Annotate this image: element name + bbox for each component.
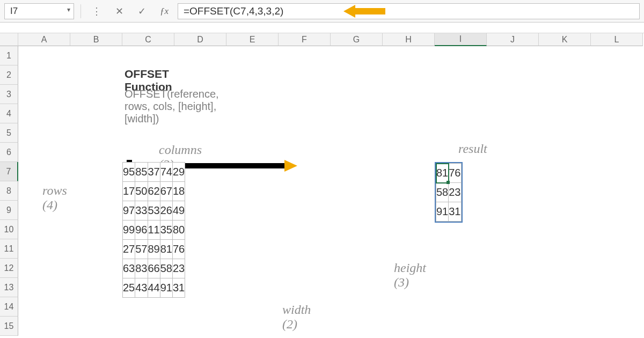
cell[interactable]: [331, 317, 383, 336]
cell[interactable]: [18, 143, 70, 162]
cell[interactable]: [591, 239, 643, 259]
cell[interactable]: [539, 85, 591, 104]
cell[interactable]: [487, 278, 539, 297]
cell[interactable]: [226, 220, 279, 239]
source-cell[interactable]: 18: [173, 182, 185, 201]
cell[interactable]: [18, 123, 70, 143]
cell[interactable]: [279, 220, 331, 239]
cell[interactable]: [591, 104, 643, 123]
cell[interactable]: [279, 104, 331, 123]
cell[interactable]: [122, 143, 174, 162]
cell[interactable]: [122, 297, 174, 317]
cell[interactable]: [539, 201, 591, 220]
result-table[interactable]: 817658239131: [436, 163, 462, 222]
cell[interactable]: [70, 259, 122, 278]
cell[interactable]: [70, 220, 122, 239]
cell[interactable]: [18, 239, 70, 259]
cell[interactable]: [18, 297, 70, 317]
cell[interactable]: [18, 220, 70, 239]
cell[interactable]: [331, 162, 383, 181]
source-cell[interactable]: 95: [123, 163, 135, 182]
cell[interactable]: [487, 46, 539, 65]
cell[interactable]: [539, 317, 591, 336]
cell[interactable]: [435, 65, 487, 85]
cell[interactable]: [122, 104, 174, 123]
cell[interactable]: [331, 297, 383, 317]
cell[interactable]: [539, 259, 591, 278]
cell[interactable]: [435, 317, 487, 336]
cell[interactable]: [487, 317, 539, 336]
cell[interactable]: [539, 278, 591, 297]
cell[interactable]: [122, 85, 174, 104]
cell[interactable]: [331, 46, 383, 65]
cell[interactable]: [539, 239, 591, 259]
source-cell[interactable]: 43: [135, 278, 148, 298]
col-header-F[interactable]: F: [279, 33, 331, 46]
row-header-9[interactable]: 9: [0, 201, 18, 220]
row-header-2[interactable]: 2: [0, 65, 18, 85]
source-cell[interactable]: 49: [173, 201, 185, 221]
select-all-corner[interactable]: [0, 33, 18, 46]
source-cell[interactable]: 35: [160, 221, 172, 240]
cell[interactable]: [18, 162, 70, 181]
cell[interactable]: [383, 278, 435, 297]
source-cell[interactable]: 85: [135, 163, 148, 182]
cell[interactable]: [591, 143, 643, 162]
source-cell[interactable]: 91: [160, 278, 172, 298]
cell[interactable]: [435, 104, 487, 123]
cell[interactable]: [591, 65, 643, 85]
col-header-G[interactable]: G: [331, 33, 383, 46]
cell[interactable]: [226, 123, 279, 143]
cell[interactable]: [591, 46, 643, 65]
cell[interactable]: [435, 278, 487, 297]
row-header-6[interactable]: 6: [0, 143, 18, 162]
cell[interactable]: [18, 181, 70, 201]
result-cell[interactable]: 58: [436, 183, 449, 202]
cell[interactable]: [539, 162, 591, 181]
cell[interactable]: [435, 259, 487, 278]
cell[interactable]: [279, 181, 331, 201]
source-cell[interactable]: 25: [123, 278, 135, 298]
source-cell[interactable]: 27: [123, 240, 135, 259]
cell[interactable]: [435, 297, 487, 317]
source-cell[interactable]: 29: [173, 163, 185, 182]
row-header-14[interactable]: 14: [0, 297, 18, 317]
cell[interactable]: [331, 259, 383, 278]
cell[interactable]: [331, 201, 383, 220]
row-header-12[interactable]: 12: [0, 259, 18, 278]
cell[interactable]: [487, 220, 539, 239]
cell[interactable]: [591, 317, 643, 336]
source-cell[interactable]: 97: [123, 201, 135, 221]
source-cell[interactable]: 23: [173, 259, 185, 278]
cell[interactable]: [70, 162, 122, 181]
source-cell[interactable]: 17: [123, 182, 135, 201]
cell[interactable]: [591, 201, 643, 220]
cell[interactable]: [383, 46, 435, 65]
source-table[interactable]: 9585377429175062671897335326499996113580…: [122, 162, 185, 298]
row-header-1[interactable]: 1: [0, 46, 18, 65]
col-header-E[interactable]: E: [226, 33, 279, 46]
source-cell[interactable]: 53: [148, 201, 160, 221]
cell[interactable]: [70, 46, 122, 65]
source-cell[interactable]: 11: [148, 221, 160, 240]
cell[interactable]: [331, 85, 383, 104]
cell[interactable]: [591, 220, 643, 239]
source-cell[interactable]: 57: [135, 240, 148, 259]
cell[interactable]: [331, 143, 383, 162]
source-cell[interactable]: 44: [148, 278, 160, 298]
cell[interactable]: [122, 317, 174, 336]
cell[interactable]: [487, 201, 539, 220]
cell[interactable]: [70, 181, 122, 201]
cell[interactable]: [487, 162, 539, 181]
cell[interactable]: [487, 297, 539, 317]
cell[interactable]: [226, 297, 279, 317]
row-header-3[interactable]: 3: [0, 85, 18, 104]
result-cell[interactable]: 91: [436, 202, 449, 222]
cell[interactable]: [279, 201, 331, 220]
row-header-7[interactable]: 7: [0, 162, 18, 181]
cell[interactable]: [122, 65, 174, 85]
cell[interactable]: [279, 65, 331, 85]
cell[interactable]: [70, 278, 122, 297]
cell[interactable]: [226, 46, 279, 65]
result-cell[interactable]: 81: [436, 164, 449, 183]
